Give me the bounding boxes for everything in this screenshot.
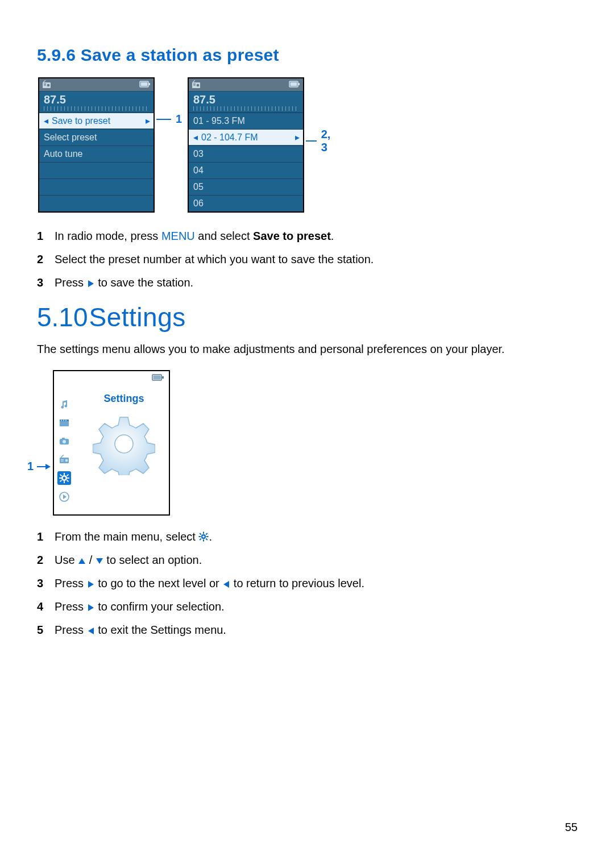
row-save-to-preset: ◂Save to preset▸ bbox=[39, 113, 154, 129]
callout-label: 2, 3 bbox=[321, 128, 335, 154]
row-label: 03 bbox=[193, 149, 204, 159]
svg-rect-52 bbox=[206, 533, 208, 535]
svg-point-42 bbox=[63, 477, 66, 480]
screen-2-rows: 01 - 95.3 FM ◂02 - 104.7 FM▸ 03 04 05 06 bbox=[189, 113, 303, 211]
steps-510: 1 From the main menu, select . 2 Use / t… bbox=[37, 528, 577, 639]
callout-label: 1 bbox=[27, 460, 34, 473]
play-right-icon bbox=[87, 580, 95, 588]
heading-510: 5.10Settings bbox=[37, 302, 577, 333]
row-preset-06: 06 bbox=[189, 195, 303, 211]
step-number: 1 bbox=[37, 227, 45, 245]
svg-rect-11 bbox=[193, 85, 196, 85]
step-4: 4 Press to confirm your selection. bbox=[37, 598, 577, 616]
row-empty bbox=[39, 178, 154, 195]
row-preset-02: ◂02 - 104.7 FM▸ bbox=[189, 129, 303, 146]
step-number: 2 bbox=[37, 251, 45, 268]
frequency-display: 87.5 bbox=[189, 91, 303, 113]
step-1: 1 From the main menu, select . bbox=[37, 528, 577, 546]
side-menu-icons bbox=[57, 398, 71, 503]
svg-marker-56 bbox=[78, 558, 85, 564]
music-icon bbox=[58, 398, 70, 411]
battery-icon bbox=[152, 373, 164, 381]
svg-rect-49 bbox=[199, 536, 201, 537]
triangle-down-icon bbox=[96, 557, 103, 565]
svg-rect-51 bbox=[200, 533, 202, 535]
arrow-right-icon: ▸ bbox=[146, 115, 150, 126]
svg-rect-35 bbox=[64, 481, 65, 483]
gear-icon-selected bbox=[57, 471, 71, 485]
svg-rect-10 bbox=[193, 84, 196, 84]
svg-point-23 bbox=[63, 420, 64, 421]
step-text: Press to go to the next level or to retu… bbox=[55, 575, 364, 592]
frequency-display: 87.5 bbox=[39, 91, 154, 113]
svg-point-9 bbox=[197, 84, 200, 87]
frequency-ticks bbox=[193, 106, 298, 111]
row-preset-04: 04 bbox=[189, 162, 303, 178]
triangle-up-icon bbox=[78, 557, 86, 565]
screen-1-wrap: 87.5 ◂Save to preset▸ Select preset Auto… bbox=[38, 77, 155, 213]
step-5: 5 Press to exit the Settings menu. bbox=[37, 621, 577, 639]
svg-rect-2 bbox=[44, 84, 46, 84]
step-number: 2 bbox=[37, 551, 45, 569]
svg-point-22 bbox=[61, 420, 62, 421]
row-label: Save to preset bbox=[52, 116, 110, 126]
svg-rect-26 bbox=[62, 438, 65, 439]
svg-marker-57 bbox=[96, 558, 103, 564]
svg-rect-7 bbox=[141, 82, 148, 86]
svg-rect-40 bbox=[60, 480, 62, 482]
play-left-icon bbox=[87, 627, 95, 635]
step-number: 3 bbox=[37, 575, 45, 592]
svg-point-45 bbox=[115, 435, 133, 453]
movie-icon bbox=[58, 417, 70, 429]
svg-rect-41 bbox=[67, 480, 69, 482]
step-text: Select the preset number at which you wa… bbox=[55, 251, 374, 268]
row-label: 06 bbox=[193, 198, 204, 209]
step-text: From the main menu, select . bbox=[55, 528, 212, 546]
settings-screen-wrap: 1 Settings bbox=[53, 370, 577, 516]
arrow-right-icon: ▸ bbox=[295, 132, 300, 143]
step-text: Press to confirm your selection. bbox=[55, 598, 225, 616]
svg-marker-16 bbox=[88, 280, 94, 287]
screen-1-rows: ◂Save to preset▸ Select preset Auto tune bbox=[39, 113, 154, 211]
row-preset-05: 05 bbox=[189, 178, 303, 195]
row-label: 02 - 104.7 FM bbox=[201, 132, 258, 143]
gear-icon bbox=[198, 531, 209, 542]
settings-screen: Settings bbox=[53, 370, 170, 516]
svg-rect-31 bbox=[61, 461, 64, 462]
page-number: 55 bbox=[565, 821, 578, 834]
step-text: Press to save the station. bbox=[55, 274, 193, 292]
frequency-value: 87.5 bbox=[193, 93, 215, 106]
step-text: Use / to select an option. bbox=[55, 551, 202, 569]
row-preset-01: 01 - 95.3 FM bbox=[189, 113, 303, 129]
svg-rect-3 bbox=[44, 85, 46, 85]
svg-marker-61 bbox=[88, 628, 94, 634]
step-number: 3 bbox=[37, 274, 45, 292]
callout-23: 2, 3 bbox=[306, 128, 335, 154]
svg-line-32 bbox=[61, 455, 64, 458]
status-bar bbox=[39, 78, 154, 91]
row-label: Auto tune bbox=[44, 149, 83, 159]
play-right-icon bbox=[87, 280, 95, 288]
svg-marker-59 bbox=[223, 581, 229, 588]
step-text: Press to exit the Settings menu. bbox=[55, 621, 226, 639]
frequency-value: 87.5 bbox=[44, 93, 66, 106]
radio-icon bbox=[58, 453, 70, 466]
camera-icon bbox=[58, 435, 70, 447]
row-select-preset: Select preset bbox=[39, 129, 154, 146]
svg-line-12 bbox=[193, 80, 195, 82]
menu-keyword: MENU bbox=[161, 230, 195, 242]
svg-point-55 bbox=[203, 535, 205, 538]
row-label: 04 bbox=[193, 165, 204, 176]
step-text: In radio mode, press MENU and select Sav… bbox=[55, 227, 334, 245]
svg-rect-38 bbox=[60, 474, 62, 476]
step-number: 1 bbox=[37, 528, 45, 546]
svg-point-24 bbox=[65, 420, 67, 421]
svg-rect-6 bbox=[149, 83, 151, 85]
svg-point-29 bbox=[65, 459, 68, 462]
heading-596: 5.9.6 Save a station as preset bbox=[37, 45, 577, 65]
callout-1: 1 bbox=[156, 113, 182, 126]
play-left-icon bbox=[222, 580, 230, 588]
arrow-left-icon: ◂ bbox=[193, 132, 198, 143]
step-2: 2 Use / to select an option. bbox=[37, 551, 577, 569]
radio-status-icon bbox=[192, 80, 202, 89]
